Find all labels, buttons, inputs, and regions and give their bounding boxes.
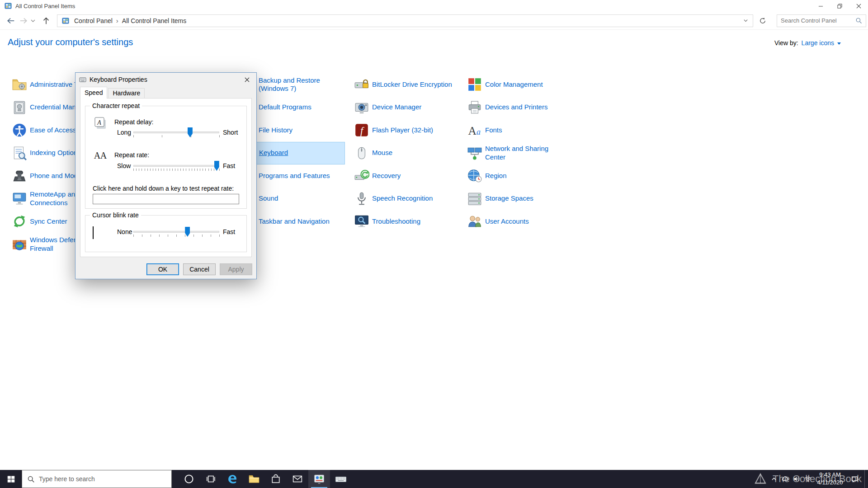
- repeat-delay-slider: Long Short: [85, 127, 246, 140]
- taskbar-app-edge[interactable]: [222, 470, 243, 488]
- control-panel-icon: [62, 17, 69, 24]
- cp-item-label: Indexing Options: [30, 149, 81, 157]
- cancel-button[interactable]: Cancel: [183, 263, 216, 275]
- window-titlebar: All Control Panel Items: [0, 0, 868, 12]
- search-input[interactable]: [781, 17, 855, 24]
- svg-text:A: A: [94, 150, 101, 160]
- control-panel-item-bitlocker-drive-encryption[interactable]: BitLocker Drive Encryption: [351, 73, 454, 96]
- address-bar[interactable]: Control Panel›All Control Panel Items: [57, 14, 753, 27]
- repeat-rate-slider: Slow Fast: [85, 160, 246, 173]
- speech-recognition-icon: [353, 190, 370, 207]
- control-panel-item-network-and-sharing-center[interactable]: Network and Sharing Center: [464, 142, 565, 165]
- control-panel-item-user-accounts[interactable]: User Accounts: [464, 210, 531, 233]
- taskbar-clock[interactable]: 9:43 AM 4/11/2020: [816, 471, 844, 487]
- window-title: All Control Panel Items: [15, 3, 75, 9]
- cloud-icon[interactable]: [782, 475, 789, 483]
- taskbar-app-cortana[interactable]: [178, 470, 200, 488]
- tray-icons: [770, 475, 811, 483]
- credential-manager-icon: [11, 99, 28, 116]
- bitlocker-icon: [353, 76, 370, 93]
- view-by-control[interactable]: View by: Large icons: [774, 39, 841, 47]
- recent-pages-dropdown[interactable]: [30, 14, 36, 27]
- control-panel-window-icon: [5, 2, 12, 9]
- control-panel-item-fonts[interactable]: AaFonts: [464, 119, 504, 142]
- flash-player-icon: f: [353, 122, 370, 139]
- taskbar: Type here to search 9:43 AM 4/11/2020 Th…: [0, 470, 868, 488]
- slider-max-label: Fast: [223, 162, 235, 169]
- control-panel-item-recovery[interactable]: Recovery: [351, 164, 402, 188]
- minimize-button[interactable]: [811, 0, 830, 12]
- control-panel-item-devices-and-printers[interactable]: Devices and Printers: [464, 96, 549, 119]
- control-panel-item-device-manager[interactable]: Device Manager: [351, 96, 423, 119]
- page-title: Adjust your computer's settings: [8, 37, 133, 47]
- cp-item-label: Backup and Restore (Windows 7): [259, 76, 336, 94]
- control-panel-item-sync-center[interactable]: Sync Center: [9, 210, 69, 233]
- taskbar-app-control-panel[interactable]: [308, 470, 330, 488]
- taskbar-app-keyboard[interactable]: [330, 470, 352, 488]
- tab-hardware[interactable]: Hardware: [108, 88, 145, 98]
- taskbar-app-store[interactable]: [265, 470, 287, 488]
- refresh-button[interactable]: [756, 14, 769, 27]
- speaker-icon[interactable]: [793, 475, 800, 483]
- svg-text:a: a: [476, 127, 480, 136]
- network-icon[interactable]: [804, 475, 811, 483]
- breadcrumb-segment-all-control-panel-items[interactable]: All Control Panel Items: [119, 17, 189, 24]
- repeat-delay-label: Repeat delay:: [114, 118, 153, 126]
- ok-button[interactable]: OK: [146, 263, 179, 275]
- up-button[interactable]: [41, 14, 52, 27]
- control-panel-item-color-management[interactable]: Color Management: [464, 73, 545, 96]
- indexing-options-icon: [11, 145, 28, 161]
- cp-column-3: BitLocker Drive EncryptionDevice Manager…: [351, 73, 454, 233]
- chevron-up-icon[interactable]: [770, 475, 778, 483]
- cp-item-label: Taskbar and Navigation: [259, 217, 330, 226]
- restore-button[interactable]: [830, 0, 849, 12]
- slider-track[interactable]: [133, 131, 219, 133]
- cp-item-label: Sound: [259, 194, 278, 203]
- control-panel-item-indexing-options[interactable]: Indexing Options: [9, 142, 83, 165]
- close-button[interactable]: [849, 0, 868, 12]
- cursor-blink-group: Cursor blink rate None Fast: [85, 215, 247, 252]
- cp-item-label: Keyboard: [259, 149, 288, 157]
- forward-button[interactable]: [18, 14, 29, 27]
- taskbar-apps: [178, 470, 352, 488]
- tab-speed[interactable]: Speed: [80, 87, 107, 99]
- taskbar-app-mail[interactable]: [287, 470, 308, 488]
- slider-max-label: Short: [223, 129, 238, 136]
- show-desktop-button[interactable]: [864, 470, 867, 488]
- control-panel-item-speech-recognition[interactable]: Speech Recognition: [351, 188, 434, 211]
- cp-item-label: User Accounts: [485, 217, 529, 226]
- color-management-icon: [466, 76, 483, 93]
- breadcrumb-segment-control-panel[interactable]: Control Panel: [71, 17, 116, 24]
- taskbar-app-task-view[interactable]: [200, 470, 222, 488]
- system-tray: 9:43 AM 4/11/2020: [770, 470, 868, 488]
- network-sharing-icon: [466, 145, 483, 161]
- back-button[interactable]: [5, 14, 16, 27]
- troubleshooting-icon: [353, 213, 370, 230]
- control-panel-item-mouse[interactable]: Mouse: [351, 142, 394, 165]
- control-panel-item-storage-spaces[interactable]: Storage Spaces: [464, 188, 535, 211]
- slider-track[interactable]: [133, 231, 219, 233]
- slider-min-label: Long: [117, 129, 131, 136]
- navigation-bar: Control Panel›All Control Panel Items: [0, 12, 868, 30]
- search-icon: [27, 475, 35, 483]
- control-panel-item-region[interactable]: Region: [464, 164, 509, 188]
- taskbar-search[interactable]: Type here to search: [22, 470, 172, 488]
- slider-ticks: [133, 235, 220, 237]
- repeat-test-input[interactable]: [93, 194, 239, 204]
- address-dropdown-icon[interactable]: [741, 18, 750, 23]
- view-by-value[interactable]: Large icons: [802, 39, 834, 47]
- search-icon: [855, 17, 862, 24]
- apply-button[interactable]: Apply: [220, 263, 252, 275]
- start-button[interactable]: [0, 470, 22, 488]
- control-panel-item-flash-player-32-bit[interactable]: fFlash Player (32-bit): [351, 119, 435, 142]
- dialog-close-button[interactable]: [237, 73, 256, 86]
- action-center-button[interactable]: [849, 470, 860, 488]
- taskbar-app-file-explorer[interactable]: [243, 470, 265, 488]
- keyboard-icon: [79, 76, 86, 83]
- view-by-label: View by:: [774, 39, 798, 47]
- slider-track[interactable]: [133, 165, 219, 167]
- cursor-blink-legend: Cursor blink rate: [90, 211, 141, 219]
- control-panel-item-troubleshooting[interactable]: Troubleshooting: [351, 210, 422, 233]
- cp-item-label: Default Programs: [259, 103, 311, 112]
- sync-center-icon: [11, 213, 28, 230]
